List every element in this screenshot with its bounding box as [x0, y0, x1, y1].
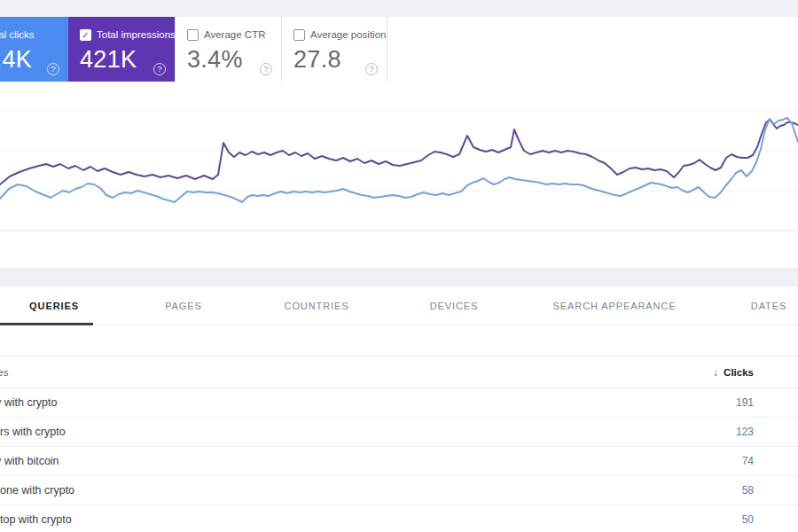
query-cell: rs with crypto: [0, 426, 66, 438]
query-cell: top with crypto: [0, 513, 72, 526]
column-header-clicks-sortable[interactable]: ↓Clicks: [713, 366, 798, 379]
table-row[interactable]: y with bitcoin74: [0, 447, 798, 476]
table-row[interactable]: top with crypto50: [0, 505, 798, 532]
table-toolbar-space: [0, 325, 798, 356]
metric-label: Total clicks: [0, 29, 35, 40]
table-body: y with crypto191rs with crypto123y with …: [0, 388, 798, 532]
metric-card-total-impressions[interactable]: ✓ Total impressions 421K ?: [68, 17, 175, 82]
tab-pages[interactable]: PAGES: [165, 301, 202, 311]
table-header-row: Top queries ↓Clicks: [0, 356, 798, 388]
dimension-tabs: QUERIESPAGESCOUNTRIESDEVICESSEARCH APPEA…: [0, 286, 798, 325]
help-icon[interactable]: ?: [260, 63, 272, 75]
series-line-total-clicks: [0, 118, 798, 202]
metric-cards-row: ✓ Total clicks 14.4K ? ✓ Total impressio…: [0, 17, 798, 82]
cards-row-empty-space: [387, 17, 798, 82]
metric-label: Average position: [310, 29, 386, 40]
tab-dates[interactable]: DATES: [751, 301, 786, 311]
checkbox-checked-icon[interactable]: ✓: [80, 29, 91, 41]
help-icon[interactable]: ?: [153, 63, 166, 75]
tab-countries[interactable]: COUNTRIES: [285, 301, 349, 311]
clicks-value: 58: [742, 484, 798, 497]
query-cell: one with crypto: [0, 484, 74, 497]
active-tab-underline: [0, 323, 93, 325]
column-header-top-queries: Top queries: [0, 367, 8, 378]
clicks-value: 50: [742, 513, 798, 526]
sort-descending-icon: ↓: [713, 366, 718, 379]
clicks-value: 74: [742, 455, 798, 467]
metric-card-total-clicks[interactable]: ✓ Total clicks 14.4K ?: [0, 17, 68, 82]
metric-label: Average CTR: [204, 29, 265, 40]
dimensions-table-panel: QUERIESPAGESCOUNTRIESDEVICESSEARCH APPEA…: [0, 286, 798, 532]
query-cell: y with crypto: [0, 396, 57, 409]
tab-search-appearance[interactable]: SEARCH APPEARANCE: [553, 301, 677, 311]
help-icon[interactable]: ?: [47, 63, 59, 75]
table-row[interactable]: rs with crypto123: [0, 418, 798, 447]
metric-card-average-ctr[interactable]: Average CTR 3.4% ?: [175, 17, 281, 82]
performance-panel: ✓ Total clicks 14.4K ? ✓ Total impressio…: [0, 17, 798, 268]
query-cell: y with bitcoin: [0, 455, 59, 467]
table-row[interactable]: y with crypto191: [0, 388, 798, 418]
performance-line-chart: [0, 82, 798, 268]
tab-queries[interactable]: QUERIES: [29, 301, 79, 311]
metric-card-average-position[interactable]: Average position 27.8 ?: [281, 17, 387, 82]
series-line-total-impressions: [0, 120, 798, 184]
checkbox-unchecked-icon[interactable]: [293, 29, 305, 41]
help-icon[interactable]: ?: [365, 63, 378, 75]
checkbox-unchecked-icon[interactable]: [187, 29, 199, 41]
clicks-value: 191: [736, 396, 798, 409]
tab-devices[interactable]: DEVICES: [430, 301, 479, 311]
clicks-value: 123: [736, 426, 798, 438]
metric-label: Total impressions: [97, 29, 176, 40]
table-row[interactable]: one with crypto58: [0, 476, 798, 505]
